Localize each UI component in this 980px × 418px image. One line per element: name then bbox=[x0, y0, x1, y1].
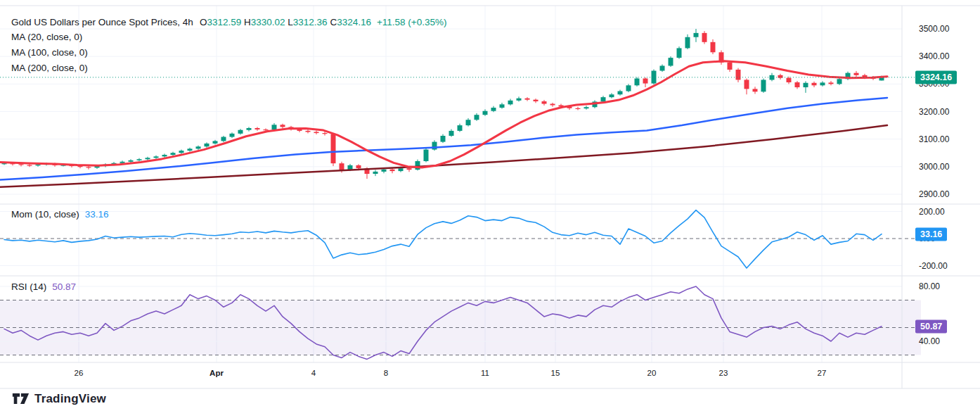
close-value: 3324.16 bbox=[337, 17, 371, 27]
last-price-badge: 3324.16 bbox=[915, 70, 957, 84]
ma20-legend[interactable]: MA (20, close, 0) bbox=[11, 32, 82, 42]
time-axis-label: 4 bbox=[311, 369, 316, 377]
axis-label: 2900.00 bbox=[919, 189, 949, 199]
axis-label: 3400.00 bbox=[919, 51, 949, 61]
ma200-legend-label: MA (200, close, 0) bbox=[11, 63, 88, 73]
close-label: C bbox=[330, 17, 337, 27]
time-axis-label: 15 bbox=[551, 369, 560, 377]
time-axis-label: 20 bbox=[647, 369, 657, 377]
tradingview-logo-icon bbox=[11, 391, 30, 406]
axis-label: -200.00 bbox=[919, 261, 948, 271]
ma20-legend-label: MA (20, close, 0) bbox=[11, 32, 82, 42]
high-value: 3330.02 bbox=[251, 17, 285, 27]
tradingview-chart-window: Gold US Dollars per Ounce Spot Prices, 4… bbox=[0, 0, 980, 418]
time-axis-label: 11 bbox=[481, 369, 489, 377]
momentum-legend[interactable]: Mom (10, close)33.16 bbox=[11, 209, 109, 220]
axis-label: 3200.00 bbox=[919, 107, 949, 117]
time-axis-label: 8 bbox=[384, 369, 388, 377]
rsi-legend-value: 50.87 bbox=[52, 281, 76, 292]
high-label: H bbox=[244, 17, 251, 27]
momentum-legend-label: Mom (10, close) bbox=[11, 209, 79, 220]
ma200-legend[interactable]: MA (200, close, 0) bbox=[11, 63, 88, 73]
momentum-legend-value: 33.16 bbox=[85, 209, 109, 220]
ma100-legend[interactable]: MA (100, close, 0) bbox=[11, 47, 88, 58]
rsi-legend[interactable]: RSI (14)50.87 bbox=[11, 281, 76, 292]
axis-label: 200.00 bbox=[919, 207, 945, 217]
momentum-value-badge: 33.16 bbox=[915, 227, 947, 241]
ma100-legend-label: MA (100, close, 0) bbox=[11, 47, 88, 58]
axis-label: 3500.00 bbox=[919, 24, 949, 34]
symbol-title: Gold US Dollars per Ounce Spot Prices, 4… bbox=[11, 17, 193, 27]
axis-label: 40.00 bbox=[919, 336, 940, 346]
low-value: 3312.36 bbox=[293, 17, 328, 27]
time-axis-label: 26 bbox=[75, 369, 84, 377]
chart-canvas[interactable] bbox=[0, 0, 980, 418]
rsi-value-badge: 50.87 bbox=[915, 319, 947, 333]
change-value: +11.58 (+0.35%) bbox=[377, 17, 447, 27]
axis-label: 3000.00 bbox=[919, 162, 949, 172]
time-axis-label: 23 bbox=[719, 369, 728, 377]
axis-label: 80.00 bbox=[919, 281, 940, 291]
open-value: 3312.59 bbox=[207, 17, 241, 27]
rsi-legend-label: RSI (14) bbox=[11, 281, 46, 292]
symbol-legend[interactable]: Gold US Dollars per Ounce Spot Prices, 4… bbox=[11, 17, 447, 27]
time-axis-label: 27 bbox=[818, 369, 827, 377]
tradingview-logo-text: TradingView bbox=[34, 392, 106, 406]
time-axis-label: Apr bbox=[209, 369, 224, 377]
ohlc-readout: O3312.59 H3330.02 L3312.36 C3324.16 bbox=[200, 17, 371, 27]
axis-label: 3100.00 bbox=[919, 134, 949, 144]
tradingview-attribution[interactable]: TradingView bbox=[11, 391, 106, 406]
low-label: L bbox=[288, 17, 293, 27]
open-label: O bbox=[200, 17, 207, 27]
